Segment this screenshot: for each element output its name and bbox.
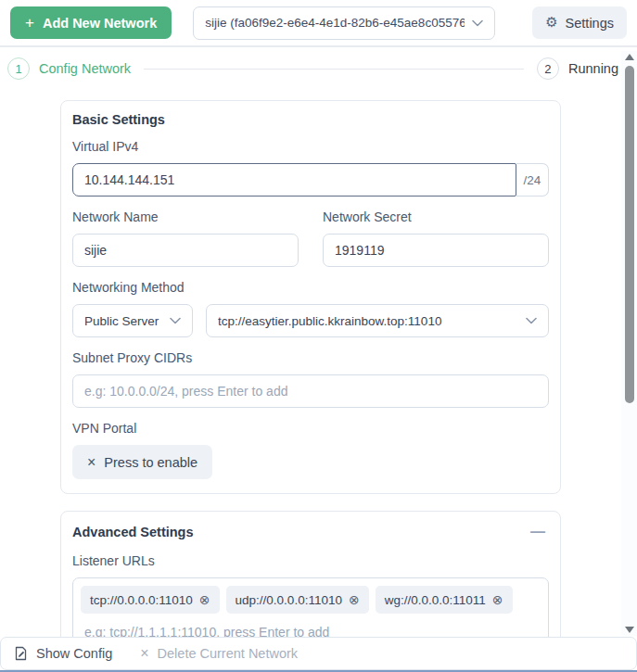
gear-icon: ⚙ [545,16,557,30]
remove-chip-icon[interactable]: ⊗ [492,593,503,606]
x-icon: × [140,646,148,661]
step-2-label[interactable]: Running [568,61,618,76]
step-1-circle[interactable]: 1 [7,57,30,80]
subnet-proxy-input[interactable] [72,374,549,408]
virtual-ipv4-group: /24 [72,163,549,197]
add-new-network-button[interactable]: + Add New Network [10,6,172,39]
top-toolbar: + Add New Network sijie (fa06f9e2-e6e4-4… [0,0,637,47]
networking-method-label: Networking Method [72,280,549,295]
subnet-proxy-label: Subnet Proxy CIDRs [72,350,549,365]
x-icon: × [87,455,96,470]
remove-chip-icon[interactable]: ⊗ [349,593,360,606]
vpn-portal-button-label: Press to enable [104,455,197,470]
public-server-select[interactable]: tcp://easytier.public.kkrainbow.top:1101… [206,304,549,337]
public-server-value: tcp://easytier.public.kkrainbow.top:1101… [218,314,518,328]
network-select-value: sijie (fa06f9e2-e6e4-4e1d-82b6-e45ae8c05… [205,16,465,30]
stepper: 1 Config Network 2 Running [0,47,637,88]
listener-url-chip: tcp://0.0.0.0:11010 ⊗ [81,586,220,614]
chevron-down-icon [170,317,181,324]
chip-label: tcp://0.0.0.0:11010 [90,593,193,607]
chevron-down-icon [526,317,537,324]
add-new-network-label: Add New Network [43,16,157,31]
chevron-down-icon [472,19,483,27]
networking-method-select[interactable]: Public Server [72,304,193,337]
virtual-ipv4-input[interactable] [72,163,516,197]
plus-icon: + [25,15,34,31]
step-1-label[interactable]: Config Network [39,61,131,76]
virtual-ipv4-label: Virtual IPv4 [72,139,549,154]
advanced-settings-title: Advanced Settings [72,525,194,539]
show-config-button[interactable]: Show Config [14,646,112,661]
vertical-scrollbar[interactable] [621,51,637,636]
basic-settings-card: Basic Settings Virtual IPv4 /24 Network … [60,100,561,494]
chip-label: wg://0.0.0.0:11011 [385,593,486,607]
vpn-portal-enable-button[interactable]: × Press to enable [72,445,212,479]
listener-url-chip: wg://0.0.0.0:11011 ⊗ [376,586,513,614]
show-config-label: Show Config [36,646,112,661]
ipv4-prefix-length-addon: /24 [516,163,549,197]
settings-button[interactable]: ⚙ Settings [532,6,627,39]
stepper-divider [144,69,524,70]
scroll-down-arrow-icon[interactable] [625,627,634,633]
config-form: Basic Settings Virtual IPv4 /24 Network … [0,100,621,670]
network-name-label: Network Name [72,209,299,224]
remove-chip-icon[interactable]: ⊗ [199,593,210,606]
network-secret-input[interactable] [323,234,549,267]
networking-method-value: Public Server [84,314,162,328]
chip-label: udp://0.0.0.0:11010 [236,593,342,607]
step-2-circle[interactable]: 2 [537,57,559,80]
vpn-portal-label: VPN Portal [72,421,549,436]
network-select[interactable]: sijie (fa06f9e2-e6e4-4e1d-82b6-e45ae8c05… [193,6,495,40]
listener-urls-label: Listener URLs [72,553,549,568]
listener-url-chip: udp://0.0.0.0:11010 ⊗ [226,586,369,614]
network-secret-label: Network Secret [323,209,549,224]
scrollbar-thumb[interactable] [625,66,634,403]
basic-settings-title: Basic Settings [72,112,165,127]
delete-current-network-button[interactable]: × Delete Current Network [140,646,298,661]
file-edit-icon [14,646,28,661]
bottom-toolbar: Show Config × Delete Current Network [0,637,637,670]
collapse-section-button[interactable]: — [527,523,549,541]
settings-label: Settings [566,16,614,31]
network-name-input[interactable] [72,234,299,267]
scroll-up-arrow-icon[interactable] [625,54,634,60]
delete-network-label: Delete Current Network [158,646,299,661]
